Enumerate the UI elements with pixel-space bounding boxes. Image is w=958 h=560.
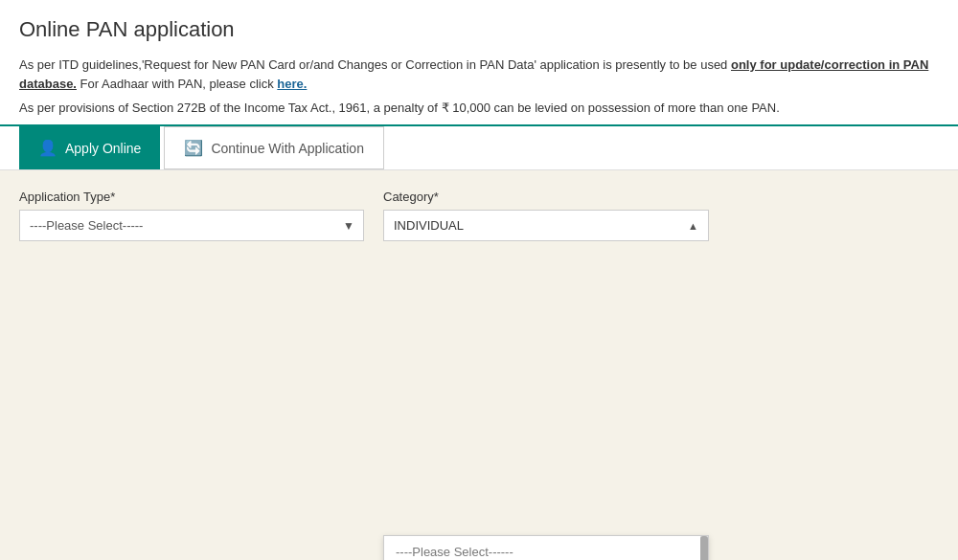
application-type-select[interactable]: ----Please Select----- [19,210,364,241]
category-dropdown-trigger[interactable]: INDIVIDUAL ▲ [383,210,709,241]
category-dropdown-container: INDIVIDUAL ▲ ----Please Select------ IND… [383,210,709,535]
tabs-bar: 👤 Apply Online 🔄 Continue With Applicati… [0,126,958,170]
scrollbar-track [700,536,708,560]
category-arrow-up-icon: ▲ [688,220,698,232]
application-type-group: Application Type* ----Please Select-----… [19,190,364,241]
page-header: Online PAN application As per ITD guidel… [0,0,958,126]
application-type-label: Application Type* [19,190,364,204]
category-group: Category* INDIVIDUAL ▲ ----Please Select… [383,190,709,535]
apply-online-icon: 👤 [38,139,57,157]
main-notice: As per ITD guidelines,'Request for New P… [19,56,939,93]
application-type-select-wrapper: ----Please Select----- ▼ [19,210,364,241]
page-title: Online PAN application [19,17,939,42]
tab-apply-online[interactable]: 👤 Apply Online [19,126,160,169]
here-link[interactable]: here. [277,77,307,91]
continue-application-icon: 🔄 [184,139,203,157]
scrollbar-thumb [700,536,708,560]
dropdown-item-placeholder[interactable]: ----Please Select------ [384,536,708,560]
category-dropdown-list: ----Please Select------ INDIVIDUAL ASSOC… [383,535,709,560]
tab-continue-application[interactable]: 🔄 Continue With Application [164,126,384,169]
category-label: Category* [383,190,709,204]
type-category-row: Application Type* ----Please Select-----… [19,190,939,535]
category-selected-value: INDIVIDUAL [394,218,464,233]
page-wrapper: Online PAN application As per ITD guidel… [0,0,958,560]
penalty-notice: As per provisions of Section 272B of the… [19,101,939,115]
form-section: Application Type* ----Please Select-----… [0,170,958,560]
